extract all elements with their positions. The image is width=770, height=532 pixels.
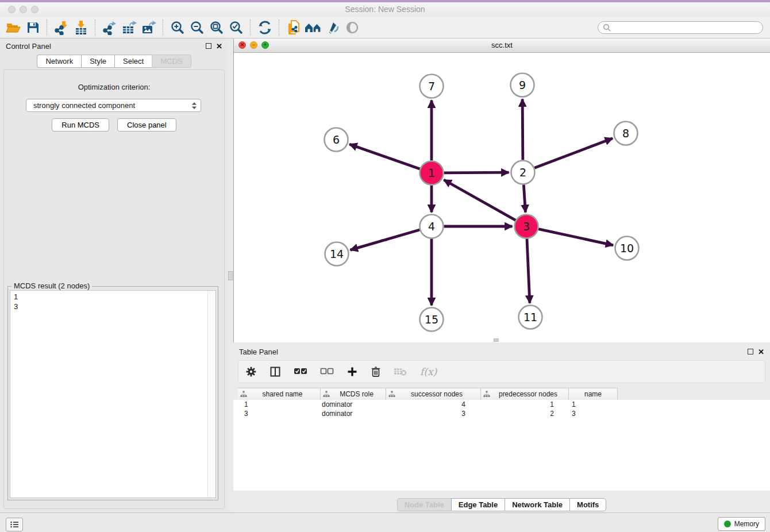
task-history-button[interactable] xyxy=(6,518,23,531)
cell-shared-name[interactable]: 1 xyxy=(233,400,316,408)
tab-mcds[interactable]: MCDS xyxy=(152,55,191,68)
tab-network[interactable]: Network xyxy=(37,55,81,68)
cell-predecessor-nodes[interactable]: 2 xyxy=(476,410,564,418)
graph-node-8[interactable]: 8 xyxy=(614,122,638,145)
graph-node-2[interactable]: 2 xyxy=(511,161,535,184)
splitter-handle[interactable] xyxy=(228,271,233,280)
cell-mcds-role[interactable]: dominator xyxy=(316,410,382,418)
column-header-predecessor-nodes[interactable]: predecessor nodes xyxy=(481,388,569,400)
run-mcds-button[interactable]: Run MCDS xyxy=(52,118,109,132)
column-layout-button[interactable] xyxy=(270,366,281,377)
column-header-name[interactable]: name xyxy=(569,388,618,400)
network-window-titlebar[interactable]: ✕ − + scc.txt xyxy=(234,38,770,53)
tab-network-table[interactable]: Network Table xyxy=(505,498,569,511)
criterion-value: strongly connected component xyxy=(33,101,135,110)
canvas-scroll-handle[interactable] xyxy=(494,338,499,342)
delete-table-button[interactable] xyxy=(394,367,407,377)
hide-details-button[interactable] xyxy=(342,18,362,37)
select-all-button[interactable] xyxy=(294,368,307,376)
edge-label-mark xyxy=(475,172,480,174)
network-graph[interactable]: 7968124314101511 xyxy=(234,53,769,342)
close-panel-button[interactable]: Close panel xyxy=(117,118,176,132)
graph-edge-2-9[interactable] xyxy=(522,99,523,160)
import-table-button[interactable] xyxy=(71,18,91,37)
tab-style[interactable]: Style xyxy=(81,55,114,68)
add-column-button[interactable] xyxy=(346,366,358,377)
control-panel: Control Panel ✕ Network Style Select MCD… xyxy=(0,38,228,512)
graph-edge-1-6[interactable] xyxy=(349,144,420,169)
graph-node-10[interactable]: 10 xyxy=(615,237,639,260)
tab-edge-table[interactable]: Edge Table xyxy=(451,498,505,511)
vertical-splitter[interactable] xyxy=(228,38,233,512)
node-label: 2 xyxy=(519,166,526,179)
table-row[interactable]: 1 dominator 4 1 1 xyxy=(233,400,770,409)
graph-node-15[interactable]: 15 xyxy=(420,308,444,331)
graph-node-4[interactable]: 4 xyxy=(420,215,444,238)
cell-successor-nodes[interactable]: 4 xyxy=(382,400,476,408)
cell-name[interactable]: 1 xyxy=(564,400,613,408)
mcds-result-text[interactable]: 1 3 xyxy=(10,290,216,498)
float-table-panel-icon[interactable] xyxy=(748,349,753,354)
houses-icon xyxy=(304,21,322,34)
node-label: 4 xyxy=(428,220,435,233)
graph-edge-2-8[interactable] xyxy=(534,138,613,168)
graph-node-6[interactable]: 6 xyxy=(325,128,348,152)
delete-table-icon xyxy=(394,367,407,377)
cell-predecessor-nodes[interactable]: 1 xyxy=(476,400,564,408)
cell-shared-name[interactable]: 3 xyxy=(233,410,316,418)
graph-node-14[interactable]: 14 xyxy=(325,242,349,266)
zoom-selected-button[interactable] xyxy=(226,18,246,37)
cell-name[interactable]: 3 xyxy=(564,410,613,418)
graph-edge-3-11[interactable] xyxy=(527,238,530,303)
save-session-button[interactable] xyxy=(23,18,43,37)
function-builder-button[interactable]: f(x) xyxy=(420,366,437,377)
graph-edge-2-3[interactable] xyxy=(523,184,525,212)
zoom-out-button[interactable] xyxy=(187,18,207,37)
clone-network-button[interactable] xyxy=(284,18,303,37)
search-input[interactable] xyxy=(611,23,758,32)
cell-mcds-role[interactable]: dominator xyxy=(316,400,382,408)
export-image-button[interactable] xyxy=(139,18,159,37)
cell-successor-nodes[interactable]: 3 xyxy=(382,410,476,418)
criterion-dropdown[interactable]: strongly connected component xyxy=(26,99,201,112)
graph-node-3[interactable]: 3 xyxy=(515,215,538,238)
close-table-panel-icon[interactable]: ✕ xyxy=(758,348,764,356)
node-label: 7 xyxy=(428,80,435,92)
column-header-successor-nodes[interactable]: successor nodes xyxy=(386,388,481,400)
zoom-in-button[interactable] xyxy=(168,18,187,37)
float-panel-icon[interactable] xyxy=(206,43,211,49)
export-table-icon xyxy=(121,20,137,35)
result-scrollbar[interactable] xyxy=(207,291,215,498)
tab-select[interactable]: Select xyxy=(114,55,152,68)
deselect-all-button[interactable] xyxy=(320,368,334,376)
table-row[interactable]: 3 dominator 3 2 3 xyxy=(233,409,770,418)
export-table-button[interactable] xyxy=(120,18,139,37)
apply-layout-button[interactable] xyxy=(255,18,275,37)
column-settings-button[interactable] xyxy=(245,366,257,377)
graph-node-7[interactable]: 7 xyxy=(420,75,444,98)
first-neighbors-button[interactable] xyxy=(303,18,323,37)
search-box[interactable] xyxy=(598,21,763,34)
column-header-shared-name[interactable]: shared name xyxy=(238,388,321,400)
edge-label-mark xyxy=(382,240,387,241)
graph-node-9[interactable]: 9 xyxy=(511,74,534,97)
network-canvas[interactable]: 7968124314101511 xyxy=(234,53,770,342)
graph-edge-3-10[interactable] xyxy=(538,229,613,245)
zoom-fit-button[interactable] xyxy=(207,18,226,37)
column-header-mcds-role[interactable]: MCDS role xyxy=(321,388,386,400)
toolbar-separator xyxy=(250,20,251,36)
main-toolbar xyxy=(0,17,770,38)
delete-column-button[interactable] xyxy=(371,366,381,377)
graph-node-1[interactable]: 1 xyxy=(420,161,444,185)
graph-node-11[interactable]: 11 xyxy=(519,306,542,329)
tab-motifs[interactable]: Motifs xyxy=(569,498,606,511)
open-session-button[interactable] xyxy=(3,18,23,37)
export-image-icon xyxy=(141,20,157,35)
memory-button[interactable]: Memory xyxy=(718,517,765,531)
import-network-button[interactable] xyxy=(52,18,71,37)
close-panel-icon[interactable]: ✕ xyxy=(216,43,222,50)
export-network-button[interactable] xyxy=(100,18,120,37)
graph-edge-3-1[interactable] xyxy=(444,180,515,220)
graphics-details-button[interactable] xyxy=(323,18,342,37)
tab-node-table[interactable]: Node Table xyxy=(397,498,451,511)
